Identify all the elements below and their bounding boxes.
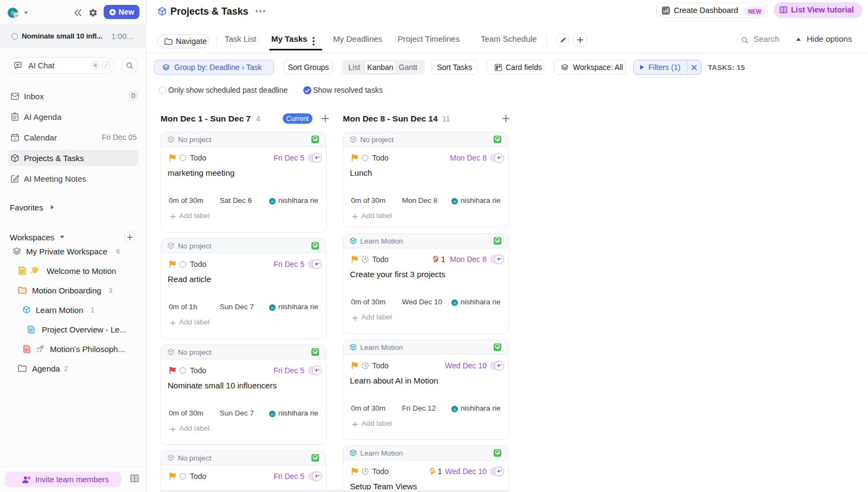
svg-text:5: 5 bbox=[14, 137, 16, 140]
